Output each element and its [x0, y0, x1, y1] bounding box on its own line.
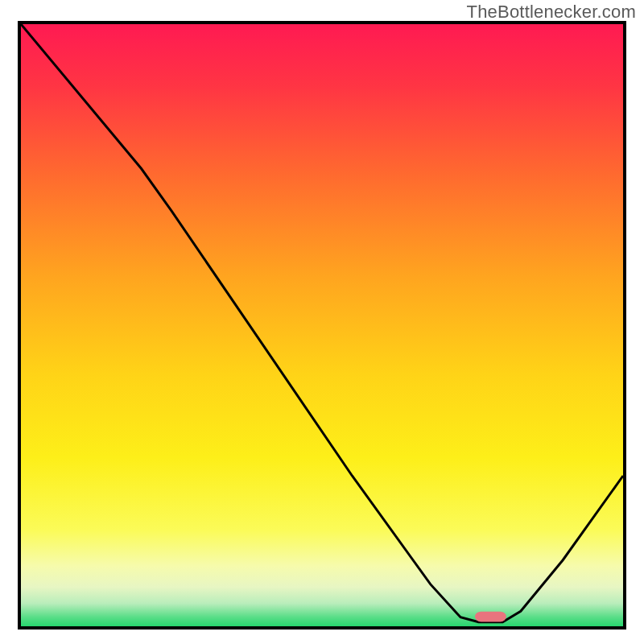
plot-svg — [21, 24, 623, 626]
plot-area — [18, 21, 626, 630]
optimal-marker — [475, 612, 506, 622]
background-gradient — [21, 24, 623, 626]
chart-frame: TheBottlenecker.com — [0, 0, 644, 644]
watermark-text: TheBottlenecker.com — [467, 2, 636, 23]
